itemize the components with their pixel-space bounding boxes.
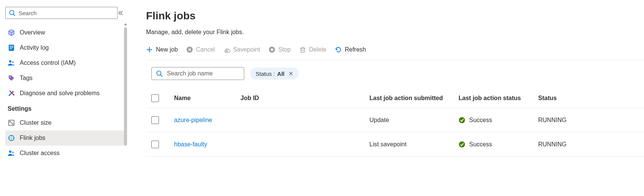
savepoint-icon: [223, 46, 230, 53]
svg-line-1: [13, 14, 15, 16]
table-header: Name Job ID Last job action submitted La…: [146, 88, 644, 108]
sidebar: Overview Activity log Access control (IA…: [0, 0, 127, 196]
column-status[interactable]: Status: [538, 95, 644, 102]
select-all-checkbox[interactable]: [151, 94, 159, 102]
svg-point-13: [13, 94, 14, 96]
sidebar-item-flink-jobs[interactable]: Flink jobs: [5, 130, 127, 146]
sidebar-item-tags[interactable]: Tags: [5, 71, 127, 86]
sidebar-item-overview[interactable]: Overview: [5, 25, 127, 40]
sidebar-search-input[interactable]: [5, 7, 118, 19]
svg-rect-8: [9, 49, 12, 49]
row-checkbox[interactable]: [151, 116, 159, 124]
svg-point-0: [9, 10, 14, 14]
stop-icon: [269, 46, 275, 53]
sidebar-item-label: Flink jobs: [20, 135, 46, 141]
delete-icon: [299, 46, 306, 53]
toolbar-label: Savepoint: [233, 46, 260, 53]
search-icon: [156, 70, 163, 77]
success-icon: [459, 141, 465, 148]
sidebar-item-activity-log[interactable]: Activity log: [5, 40, 127, 55]
sidebar-section-settings: Settings: [5, 101, 127, 115]
last-status-cell: Success: [459, 117, 538, 124]
column-job-id[interactable]: Job ID: [240, 95, 369, 102]
svg-point-37: [157, 71, 161, 75]
flink-jobs-icon: [8, 134, 15, 142]
svg-point-17: [10, 137, 13, 139]
toolbar-label: New job: [156, 46, 178, 53]
sidebar-item-access-control[interactable]: Access control (IAM): [5, 55, 127, 71]
svg-rect-6: [9, 46, 13, 47]
savepoint-button: Savepoint: [223, 46, 260, 53]
collapse-sidebar-icon[interactable]: [117, 10, 123, 16]
toolbar-label: Stop: [278, 46, 291, 53]
filter-value: All: [277, 71, 284, 77]
sidebar-item-label: Activity log: [20, 44, 49, 51]
toolbar: New job Cancel Savepoint Stop Delete: [146, 46, 644, 60]
last-status-text: Success: [469, 141, 492, 148]
sidebar-item-label: Cluster access: [20, 150, 60, 157]
main-panel: Flink jobs Manage, add, delete your Flin…: [127, 0, 644, 196]
column-last-status[interactable]: Last job action status: [459, 95, 538, 102]
toolbar-label: Delete: [309, 46, 327, 53]
svg-point-12: [12, 91, 14, 93]
success-icon: [459, 117, 465, 124]
refresh-button[interactable]: Refresh: [335, 46, 366, 53]
svg-rect-32: [301, 48, 305, 52]
table-row[interactable]: azure-pipeline Update Success RUNNING: [146, 108, 644, 132]
clear-filter-icon[interactable]: [288, 71, 294, 76]
job-name-link[interactable]: hbase-faulty: [174, 141, 240, 148]
svg-point-11: [10, 77, 11, 78]
sidebar-item-cluster-size[interactable]: Cluster size: [5, 115, 127, 130]
svg-line-38: [160, 75, 162, 77]
toolbar-label: Cancel: [196, 46, 215, 53]
scrollbar-thumb[interactable]: [124, 27, 127, 146]
last-action-cell: Update: [369, 117, 459, 124]
svg-point-23: [12, 152, 14, 153]
sidebar-item-label: Tags: [20, 75, 33, 82]
sidebar-item-label: Diagnose and solve problems: [20, 90, 100, 97]
row-checkbox[interactable]: [151, 141, 159, 148]
column-name[interactable]: Name: [174, 95, 240, 102]
jobs-table: Name Job ID Last job action submitted La…: [146, 88, 644, 157]
svg-point-9: [9, 60, 11, 63]
svg-point-41: [459, 117, 465, 123]
access-control-icon: [8, 59, 15, 67]
table-row[interactable]: hbase-faulty List savepoint Success RUNN…: [146, 132, 644, 157]
refresh-icon: [335, 46, 342, 53]
overview-icon: [8, 29, 15, 36]
tags-icon: [8, 74, 15, 82]
filter-label: Status :: [256, 71, 275, 77]
svg-point-42: [459, 141, 465, 147]
stop-button: Stop: [269, 46, 291, 53]
cluster-size-icon: [8, 119, 15, 127]
svg-marker-2: [124, 23, 127, 25]
diagnose-icon: [8, 89, 15, 97]
sidebar-item-cluster-access[interactable]: Cluster access: [5, 146, 127, 161]
svg-point-10: [12, 61, 14, 63]
job-search-input[interactable]: [151, 67, 244, 80]
page-title: Flink jobs: [146, 10, 644, 22]
sidebar-item-label: Overview: [20, 29, 45, 36]
sidebar-item-label: Cluster size: [20, 119, 52, 126]
column-last-action[interactable]: Last job action submitted: [369, 95, 459, 102]
svg-rect-31: [271, 49, 273, 51]
scrollbar-arrow-up-icon[interactable]: [123, 22, 128, 27]
toolbar-label: Refresh: [345, 46, 366, 53]
filter-row: Status : All: [146, 67, 644, 80]
status-filter-pill[interactable]: Status : All: [250, 67, 299, 80]
activity-log-icon: [8, 44, 15, 52]
delete-button: Delete: [299, 46, 327, 53]
sidebar-item-label: Access control (IAM): [20, 60, 76, 66]
new-job-button[interactable]: New job: [146, 46, 178, 53]
page-subtitle: Manage, add, delete your Flink jobs.: [146, 29, 644, 36]
last-status-text: Success: [469, 117, 492, 124]
search-icon: [9, 9, 16, 16]
last-status-cell: Success: [459, 141, 538, 148]
status-cell: RUNNING: [538, 141, 644, 148]
sidebar-item-diagnose[interactable]: Diagnose and solve problems: [5, 86, 127, 101]
cancel-icon: [186, 46, 193, 53]
sidebar-search: [5, 7, 118, 19]
job-name-link[interactable]: azure-pipeline: [174, 117, 240, 124]
svg-line-15: [10, 121, 13, 124]
job-search: [151, 67, 244, 80]
